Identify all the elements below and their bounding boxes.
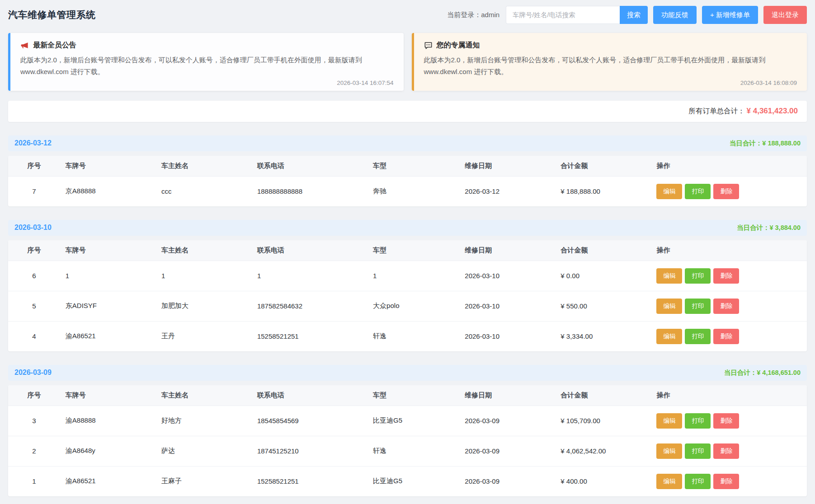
order-actions-cell: 编辑打印删除 xyxy=(651,261,807,291)
order-cell: 渝A88888 xyxy=(60,406,156,436)
orders-table: 序号车牌号车主姓名联系电话车型维修日期合计金额操作3渝A88888好地方1854… xyxy=(8,385,807,496)
order-cell: 4 xyxy=(8,321,60,351)
logout-button[interactable]: 退出登录 xyxy=(763,6,807,24)
order-cell: 2026-03-09 xyxy=(459,466,555,496)
order-row: 2渝A8648y萨达18745125210轩逸2026-03-09¥ 4,062… xyxy=(8,436,807,466)
delete-button[interactable]: 删除 xyxy=(713,299,739,314)
personal-notice-timestamp: 2026-03-14 16:08:09 xyxy=(424,79,797,86)
search-group: 搜索 xyxy=(506,6,648,24)
edit-button[interactable]: 编辑 xyxy=(656,184,682,199)
order-row: 5东ADISYF加肥加大187582584632大众polo2026-03-10… xyxy=(8,291,807,321)
order-row: 3渝A88888好地方18545854569比亚迪G52026-03-09¥ 1… xyxy=(8,406,807,436)
edit-button[interactable]: 编辑 xyxy=(656,443,682,459)
order-actions-cell: 编辑打印删除 xyxy=(651,436,807,466)
order-cell: ¥ 4,062,542.00 xyxy=(555,436,651,466)
delete-button[interactable]: 删除 xyxy=(713,268,739,284)
orders-total-amount: ¥ 4,361,423.00 xyxy=(747,107,798,115)
order-cell: 5 xyxy=(8,291,60,321)
table-header-row: 序号车牌号车主姓名联系电话车型维修日期合计金额操作 xyxy=(8,385,807,406)
order-cell: 轩逸 xyxy=(367,436,459,466)
order-row: 611112026-03-10¥ 0.00编辑打印删除 xyxy=(8,261,807,291)
day-date: 2026-03-10 xyxy=(14,224,52,232)
order-cell: 15258521251 xyxy=(252,466,367,496)
order-cell: 王丹 xyxy=(156,321,252,351)
delete-button[interactable]: 删除 xyxy=(713,184,739,199)
print-button[interactable]: 打印 xyxy=(685,413,711,429)
column-header: 车牌号 xyxy=(60,240,156,261)
order-row: 7京A88888ccc188888888888奔驰2026-03-12¥ 188… xyxy=(8,176,807,206)
edit-button[interactable]: 编辑 xyxy=(656,268,682,284)
order-cell: 1 xyxy=(156,261,252,291)
order-cell: 6 xyxy=(8,261,60,291)
order-cell: 萨达 xyxy=(156,436,252,466)
announcement-timestamp: 2026-03-14 16:07:54 xyxy=(20,79,394,86)
edit-button[interactable]: 编辑 xyxy=(656,413,682,429)
order-cell: 18545854569 xyxy=(252,406,367,436)
order-actions-cell: 编辑打印删除 xyxy=(651,321,807,351)
order-cell: 15258521251 xyxy=(252,321,367,351)
day-section: 2026-03-10当日合计：¥ 3,884.00序号车牌号车主姓名联系电话车型… xyxy=(8,220,807,351)
delete-button[interactable]: 删除 xyxy=(713,413,739,429)
edit-button[interactable]: 编辑 xyxy=(656,329,682,344)
day-header: 2026-03-12当日合计：¥ 188,888.00 xyxy=(8,135,807,151)
orders-table: 序号车牌号车主姓名联系电话车型维修日期合计金额操作611112026-03-10… xyxy=(8,240,807,351)
order-cell: 奔驰 xyxy=(367,176,459,206)
print-button[interactable]: 打印 xyxy=(685,329,711,344)
login-status: 当前登录：admin xyxy=(447,11,499,19)
order-cell: ¥ 550.00 xyxy=(555,291,651,321)
order-cell: ¥ 105,709.00 xyxy=(555,406,651,436)
delete-button[interactable]: 删除 xyxy=(713,443,739,459)
announcement-body: 此版本为2.0，新增后台账号管理和公告发布，可以私发个人账号，适合修理厂员工带手… xyxy=(20,54,394,78)
print-button[interactable]: 打印 xyxy=(685,474,711,489)
column-header: 合计金额 xyxy=(555,156,651,177)
order-cell: 2026-03-10 xyxy=(459,261,555,291)
orders-table: 序号车牌号车主姓名联系电话车型维修日期合计金额操作7京A88888ccc1888… xyxy=(8,156,807,206)
day-header: 2026-03-09当日合计：¥ 4,168,651.00 xyxy=(8,365,807,381)
column-header: 车牌号 xyxy=(60,156,156,177)
column-header: 维修日期 xyxy=(459,156,555,177)
feedback-button[interactable]: 功能反馈 xyxy=(653,6,697,24)
column-header: 合计金额 xyxy=(555,240,651,261)
search-input[interactable] xyxy=(506,6,620,24)
announcement-card-header: 最新全员公告 xyxy=(20,41,394,50)
personal-notice-body: 此版本为2.0，新增后台账号管理和公告发布，可以私发个人账号，适合修理厂员工带手… xyxy=(424,54,797,78)
orders-total-label: 所有订单总合计： xyxy=(689,107,745,115)
add-repair-order-button[interactable]: + 新增维修单 xyxy=(702,6,758,24)
order-cell: 187582584632 xyxy=(252,291,367,321)
order-cell: 1 xyxy=(8,466,60,496)
order-actions-cell: 编辑打印删除 xyxy=(651,291,807,321)
delete-button[interactable]: 删除 xyxy=(713,329,739,344)
column-header: 维修日期 xyxy=(459,385,555,406)
announcement-title: 最新全员公告 xyxy=(33,41,76,50)
order-cell: 1 xyxy=(252,261,367,291)
edit-button[interactable]: 编辑 xyxy=(656,474,682,489)
print-button[interactable]: 打印 xyxy=(685,299,711,314)
print-button[interactable]: 打印 xyxy=(685,268,711,284)
order-cell: 大众polo xyxy=(367,291,459,321)
order-cell: 东ADISYF xyxy=(60,291,156,321)
order-cell: 3 xyxy=(8,406,60,436)
table-header-row: 序号车牌号车主姓名联系电话车型维修日期合计金额操作 xyxy=(8,240,807,261)
order-cell: 188888888888 xyxy=(252,176,367,206)
column-header: 车牌号 xyxy=(60,385,156,406)
day-section: 2026-03-09当日合计：¥ 4,168,651.00序号车牌号车主姓名联系… xyxy=(8,365,807,496)
column-header: 车型 xyxy=(367,240,459,261)
order-cell: 渝A8648y xyxy=(60,436,156,466)
edit-button[interactable]: 编辑 xyxy=(656,299,682,314)
search-button[interactable]: 搜索 xyxy=(620,6,648,24)
print-button[interactable]: 打印 xyxy=(685,184,711,199)
order-cell: 京A88888 xyxy=(60,176,156,206)
orders-total-bar: 所有订单总合计：¥ 4,361,423.00 xyxy=(8,101,807,122)
column-header: 联系电话 xyxy=(252,156,367,177)
column-header: 操作 xyxy=(651,385,807,406)
column-header: 车型 xyxy=(367,385,459,406)
order-cell: 好地方 xyxy=(156,406,252,436)
print-button[interactable]: 打印 xyxy=(685,443,711,459)
column-header: 序号 xyxy=(8,156,60,177)
order-cell: ¥ 3,334.00 xyxy=(555,321,651,351)
order-cell: ccc xyxy=(156,176,252,206)
order-cell: 渝A86521 xyxy=(60,321,156,351)
personal-notice-title: 您的专属通知 xyxy=(437,41,480,50)
delete-button[interactable]: 删除 xyxy=(713,474,739,489)
column-header: 操作 xyxy=(651,156,807,177)
